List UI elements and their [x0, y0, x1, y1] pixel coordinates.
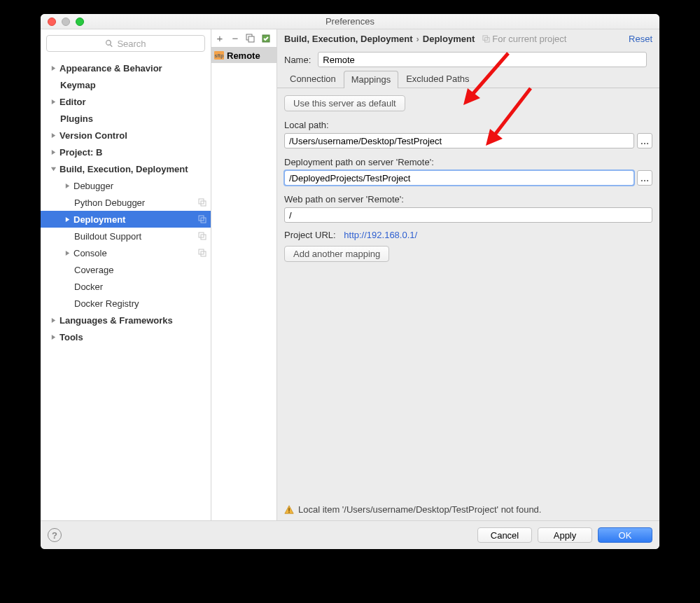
server-item-label: Remote: [227, 50, 260, 61]
project-scope-icon: [198, 198, 206, 207]
project-scope-icon: [198, 215, 206, 223]
dialog-footer: ? Cancel Apply OK: [41, 521, 659, 549]
deployment-name-input[interactable]: [318, 52, 647, 67]
breadcrumb-sep: ›: [416, 34, 419, 44]
project-scope-icon: [198, 232, 206, 240]
tree-docker-registry[interactable]: Docker Registry: [41, 295, 211, 312]
tree-console[interactable]: Console: [41, 244, 211, 261]
svg-rect-18: [288, 511, 289, 512]
browse-local-path-button[interactable]: …: [637, 133, 652, 148]
tree-tools[interactable]: Tools: [41, 328, 211, 345]
window-title: Preferences: [41, 16, 659, 27]
deployment-tabs: Connection Mappings Excluded Paths: [277, 70, 659, 88]
add-another-mapping-button[interactable]: Add another mapping: [284, 246, 389, 262]
tree-python-debugger[interactable]: Python Debugger: [41, 194, 211, 211]
warning-message: Local item '/Users/username/Desktop/Test…: [284, 504, 541, 515]
search-placeholder: Search: [117, 39, 146, 49]
project-scope-icon: [198, 249, 206, 257]
search-icon: [105, 39, 113, 48]
sidebar: Search Appearance & Behavior Keymap Edit…: [41, 29, 211, 520]
add-server-button[interactable]: +: [214, 33, 225, 44]
sftp-icon: sftp: [214, 51, 224, 60]
deploy-path-input[interactable]: [284, 170, 634, 186]
svg-marker-14: [463, 88, 480, 105]
browse-deploy-path-button[interactable]: …: [637, 170, 652, 186]
remove-server-button[interactable]: −: [230, 33, 241, 44]
mappings-form: Use this server as default Local path: ……: [277, 88, 659, 520]
svg-rect-9: [248, 36, 254, 42]
tree-project[interactable]: Project: B: [41, 144, 211, 160]
ok-button[interactable]: OK: [598, 527, 652, 543]
tree-appearance[interactable]: Appearance & Behavior: [41, 60, 211, 76]
deployment-panel: Build, Execution, Deployment › Deploymen…: [277, 29, 659, 520]
server-list-item-remote[interactable]: sftp Remote: [211, 48, 276, 63]
deploy-path-label: Deployment path on server 'Remote':: [284, 157, 652, 167]
breadcrumb: Build, Execution, Deployment › Deploymen…: [277, 29, 659, 48]
local-path-label: Local path:: [284, 120, 652, 130]
web-path-input[interactable]: [284, 207, 652, 223]
warning-icon: [284, 505, 294, 515]
project-url-label: Project URL:: [284, 230, 336, 240]
tree-coverage[interactable]: Coverage: [41, 261, 211, 278]
tree-debugger[interactable]: Debugger: [41, 177, 211, 194]
svg-rect-17: [288, 508, 289, 511]
breadcrumb-a: Build, Execution, Deployment: [284, 34, 412, 44]
use-as-default-button[interactable]: Use this server as default: [284, 95, 405, 111]
help-button[interactable]: ?: [48, 528, 62, 542]
titlebar: Preferences: [41, 14, 659, 29]
tab-mappings[interactable]: Mappings: [344, 71, 398, 88]
tree-plugins[interactable]: Plugins: [41, 110, 211, 127]
tree-build[interactable]: Build, Execution, Deployment: [41, 160, 211, 177]
cancel-button[interactable]: Cancel: [477, 527, 532, 543]
tab-excluded-paths[interactable]: Excluded Paths: [398, 70, 477, 88]
name-label: Name:: [284, 55, 311, 65]
search-input[interactable]: Search: [46, 35, 205, 52]
server-list-toolbar: + −: [211, 29, 276, 48]
web-path-label: Web path on server 'Remote':: [284, 194, 652, 205]
apply-button[interactable]: Apply: [538, 527, 592, 543]
tree-docker[interactable]: Docker: [41, 278, 211, 295]
copy-server-button[interactable]: [245, 33, 256, 44]
reset-link[interactable]: Reset: [629, 34, 652, 44]
tree-keymap[interactable]: Keymap: [41, 76, 211, 93]
server-list-panel: + − sftp Remote: [211, 29, 277, 520]
tree-buildout[interactable]: Buildout Support: [41, 228, 211, 244]
tab-connection[interactable]: Connection: [282, 70, 344, 88]
tree-deployment[interactable]: Deployment: [41, 211, 211, 228]
project-url-link[interactable]: http://192.168.0.1/: [344, 230, 417, 240]
local-path-input[interactable]: [284, 133, 634, 148]
use-as-default-icon[interactable]: [260, 33, 272, 44]
tree-languages[interactable]: Languages & Frameworks: [41, 312, 211, 328]
tree-version-control[interactable]: Version Control: [41, 127, 211, 144]
project-scope-icon: [482, 35, 490, 43]
preferences-tree: Appearance & Behavior Keymap Editor Plug…: [41, 57, 211, 520]
breadcrumb-b: Deployment: [423, 34, 475, 44]
scope-badge: For current project: [482, 34, 566, 44]
tree-editor[interactable]: Editor: [41, 93, 211, 110]
